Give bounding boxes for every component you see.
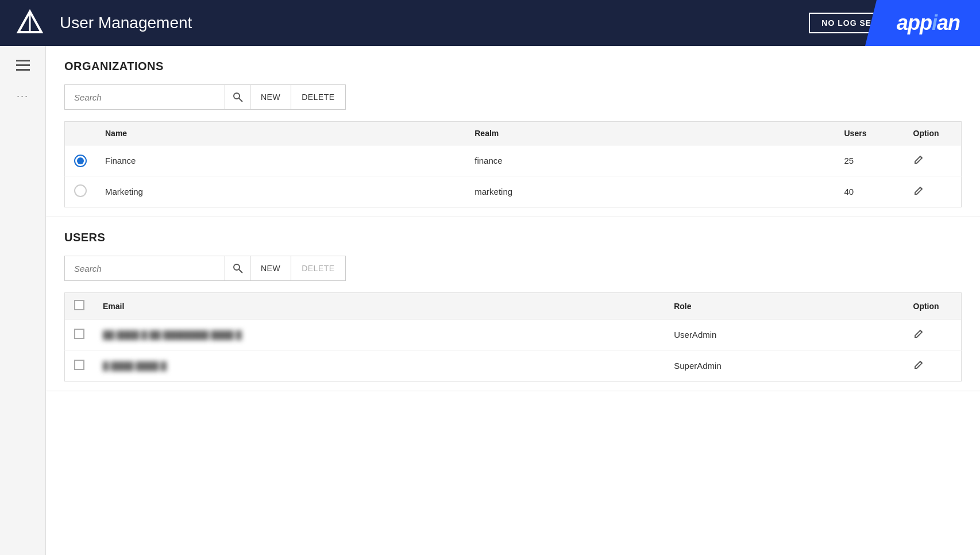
main-content: ORGANIZATIONS NEW DELETE Name	[46, 46, 980, 555]
org-edit-icon-1[interactable]	[913, 187, 925, 198]
users-table: Email Role Option ██ ████ █ ██ ████████ …	[64, 292, 962, 381]
organizations-delete-button[interactable]: DELETE	[291, 84, 345, 110]
user-col-option: Option	[904, 293, 962, 319]
logo-icon	[16, 9, 44, 37]
svg-point-11	[234, 93, 240, 99]
users-section: USERS NEW DELETE	[46, 217, 980, 391]
org-radio-0[interactable]	[74, 155, 87, 167]
user-edit-icon-0[interactable]	[913, 330, 925, 341]
organizations-toolbar: NEW DELETE	[64, 84, 962, 110]
appian-label: appian	[885, 11, 960, 35]
user-col-role: Role	[665, 293, 904, 319]
org-edit-icon-0[interactable]	[913, 156, 925, 167]
org-realm-0: finance	[465, 145, 835, 176]
sidebar-list-icon[interactable]	[16, 60, 30, 74]
org-table-row: Marketing marketing 40	[65, 176, 962, 207]
svg-rect-8	[16, 60, 30, 61]
user-email-0: ██ ████ █ ██ ████████ ████ █	[94, 319, 665, 350]
organizations-search-input[interactable]	[64, 84, 225, 110]
org-realm-1: marketing	[465, 176, 835, 207]
organizations-search-button[interactable]	[225, 84, 250, 110]
page-title: User Management	[60, 14, 809, 32]
users-title: USERS	[64, 231, 962, 244]
user-role-0: UserAdmin	[665, 319, 904, 350]
org-radio-1[interactable]	[74, 184, 87, 197]
organizations-table: Name Realm Users Option Finance finance …	[64, 121, 962, 207]
appian-brand: appian	[865, 0, 980, 46]
svg-rect-9	[16, 64, 30, 66]
svg-line-14	[239, 269, 242, 273]
sidebar: ···	[0, 46, 46, 555]
organizations-title: ORGANIZATIONS	[64, 60, 962, 73]
header: User Management NO LOG SELECTED ▼ appian	[0, 0, 980, 46]
user-email-1: █ ████ ████ █	[94, 350, 665, 381]
users-search-input[interactable]	[64, 256, 225, 281]
search-icon	[233, 263, 243, 273]
user-edit-icon-1[interactable]	[913, 361, 925, 372]
org-name-1: Marketing	[96, 176, 465, 207]
main-layout: ··· ORGANIZATIONS NEW DELETE	[0, 46, 980, 555]
org-table-row: Finance finance 25	[65, 145, 962, 176]
search-icon	[233, 92, 243, 102]
organizations-new-button[interactable]: NEW	[250, 84, 291, 110]
org-name-0: Finance	[96, 145, 465, 176]
users-search-button[interactable]	[225, 256, 250, 281]
users-select-all-checkbox[interactable]	[74, 300, 84, 310]
logo-box	[9, 2, 51, 44]
svg-line-12	[239, 98, 242, 102]
user-col-email: Email	[94, 293, 665, 319]
organizations-section: ORGANIZATIONS NEW DELETE Name	[46, 46, 980, 217]
svg-point-13	[234, 264, 240, 270]
org-col-realm: Realm	[465, 122, 835, 145]
user-col-check	[65, 293, 94, 319]
org-col-option: Option	[904, 122, 962, 145]
org-col-name: Name	[96, 122, 465, 145]
users-delete-button[interactable]: DELETE	[291, 256, 345, 281]
user-table-row: █ ████ ████ █ SuperAdmin	[65, 350, 962, 381]
org-users-1: 40	[835, 176, 904, 207]
user-checkbox-1[interactable]	[74, 360, 84, 370]
org-col-users: Users	[835, 122, 904, 145]
users-new-button[interactable]: NEW	[250, 256, 291, 281]
org-users-0: 25	[835, 145, 904, 176]
org-col-select	[65, 122, 97, 145]
user-checkbox-0[interactable]	[74, 329, 84, 339]
user-table-row: ██ ████ █ ██ ████████ ████ █ UserAdmin	[65, 319, 962, 350]
user-role-1: SuperAdmin	[665, 350, 904, 381]
users-toolbar: NEW DELETE	[64, 256, 962, 281]
sidebar-dots-icon[interactable]: ···	[17, 90, 29, 102]
svg-rect-10	[16, 69, 30, 71]
